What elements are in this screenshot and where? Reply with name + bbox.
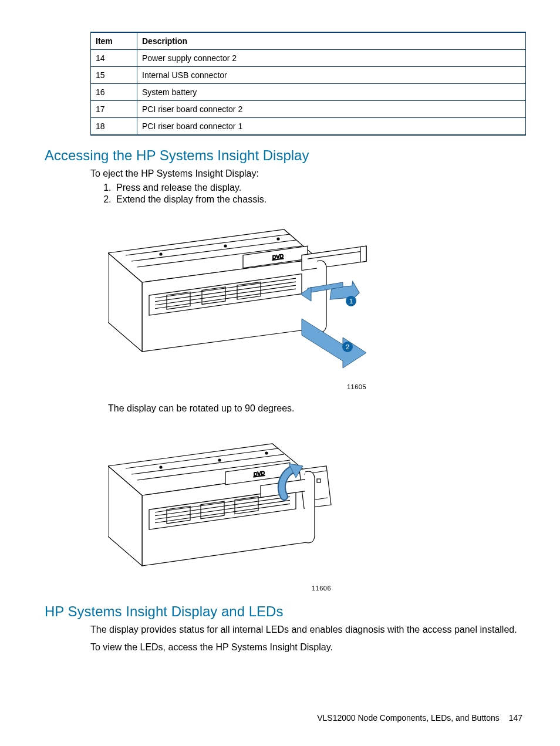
item-cell: 18: [91, 118, 137, 136]
svg-text:1: 1: [349, 298, 353, 305]
components-table: Item Description 14 Power supply connect…: [90, 32, 526, 136]
table-row: 16 System battery: [91, 84, 526, 101]
col-desc-header: Description: [137, 32, 526, 50]
section-heading-leds: HP Systems Insight Display and LEDs: [45, 603, 522, 620]
svg-marker-22: [330, 278, 361, 303]
svg-point-6: [160, 253, 162, 255]
step-item: Press and release the display.: [114, 183, 522, 193]
svg-marker-27: [302, 319, 366, 368]
svg-point-8: [277, 238, 279, 240]
col-item-header: Item: [91, 32, 137, 50]
section2-paragraph1: The display provides status for all inte…: [90, 623, 522, 636]
table-row: 14 Power supply connector 2: [91, 50, 526, 67]
table-row: 18 PCI riser board connector 1: [91, 118, 526, 136]
figure-id: 11605: [108, 383, 366, 390]
svg-point-37: [218, 459, 221, 461]
intro-text: To eject the HP Systems Insight Display:: [90, 167, 522, 180]
svg-point-38: [265, 452, 268, 454]
section2-paragraph2: To view the LEDs, access the HP Systems …: [90, 641, 522, 654]
svg-point-36: [160, 466, 162, 468]
item-cell: 14: [91, 50, 137, 67]
table-row: 17 PCI riser board connector 2: [91, 101, 526, 118]
figure-id: 11606: [108, 585, 331, 592]
item-cell: 16: [91, 84, 137, 101]
desc-cell: System battery: [137, 84, 526, 101]
footer-title: VLS12000 Node Components, LEDs, and Butt…: [317, 713, 500, 723]
item-cell: 15: [91, 67, 137, 84]
steps-list: Press and release the display. Extend th…: [90, 183, 522, 205]
rotate-note: The display can be rotated up to 90 degr…: [108, 402, 522, 415]
desc-cell: PCI riser board connector 2: [137, 101, 526, 118]
svg-point-7: [224, 245, 227, 247]
step-item: Extend the display from the chassis.: [114, 194, 522, 205]
table-row: 15 Internal USB connector: [91, 67, 526, 84]
page-number: 147: [509, 713, 522, 723]
desc-cell: PCI riser board connector 1: [137, 118, 526, 136]
section-heading-accessing: Accessing the HP Systems Insight Display: [45, 147, 522, 164]
desc-cell: Internal USB connector: [137, 67, 526, 84]
svg-text:2: 2: [346, 343, 349, 350]
figure-rotate-display: DVD: [108, 432, 522, 579]
item-cell: 17: [91, 101, 137, 118]
desc-cell: Power supply connector 2: [137, 50, 526, 67]
figure-eject-display: DVD: [108, 219, 522, 377]
page-footer: VLS12000 Node Components, LEDs, and Butt…: [317, 713, 522, 723]
svg-rect-20: [360, 246, 366, 262]
